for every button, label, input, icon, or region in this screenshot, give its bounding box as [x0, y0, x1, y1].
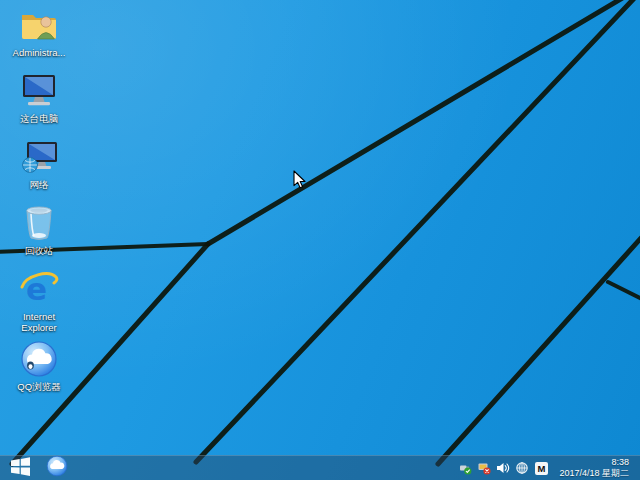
ime-mode-icon[interactable]: M: [534, 461, 548, 475]
desktop-icon-label: 网络: [30, 179, 49, 190]
wallpaper-lines: [0, 0, 640, 480]
this-pc-icon: [18, 72, 60, 110]
desktop-icon-qq-browser[interactable]: QQ浏览器: [4, 336, 74, 400]
desktop-icon-label: 这台电脑: [20, 113, 58, 124]
taskbar-clock[interactable]: 8:38 2017/4/18 星期二: [553, 456, 636, 480]
desktop-icon-administrator[interactable]: Administra...: [4, 2, 74, 66]
recycle-bin-icon: [18, 204, 60, 242]
qq-browser-icon: [18, 340, 60, 378]
network-globe-icon[interactable]: [515, 461, 529, 475]
qq-browser-taskbar-icon: [46, 455, 68, 480]
ime-mode-label: M: [535, 462, 548, 475]
desktop-icon-label: Internet Explorer: [6, 311, 72, 334]
user-folder-icon: [18, 6, 60, 44]
desktop-icon-network[interactable]: 网络: [4, 134, 74, 198]
taskbar: M 8:38 2017/4/18 星期二: [0, 455, 640, 480]
desktop-icon-internet-explorer[interactable]: e Internet Explorer: [4, 266, 74, 334]
desktop-icon-label: QQ浏览器: [17, 381, 60, 392]
desktop-icon-label: 回收站: [25, 245, 54, 256]
volume-icon[interactable]: [496, 461, 510, 475]
safely-remove-hardware-icon[interactable]: [458, 461, 472, 475]
windows-logo-icon: [11, 457, 30, 480]
start-button[interactable]: [0, 456, 40, 480]
desktop-icon-label: Administra...: [13, 47, 66, 58]
desktop-wallpaper: [0, 0, 640, 480]
desktop-icon-recycle-bin[interactable]: 回收站: [4, 200, 74, 264]
desktop-icon-column: Administra... 这台电脑 网络: [4, 2, 74, 402]
internet-explorer-icon: e: [18, 270, 60, 308]
desktop-icon-this-pc[interactable]: 这台电脑: [4, 68, 74, 132]
taskbar-app-qq-browser[interactable]: [40, 456, 74, 480]
device-error-icon[interactable]: [477, 461, 491, 475]
clock-date: 2017/4/18 星期二: [559, 468, 629, 479]
clock-time: 8:38: [611, 457, 629, 468]
system-tray: M 8:38 2017/4/18 星期二: [454, 456, 640, 480]
network-icon: [18, 138, 60, 176]
